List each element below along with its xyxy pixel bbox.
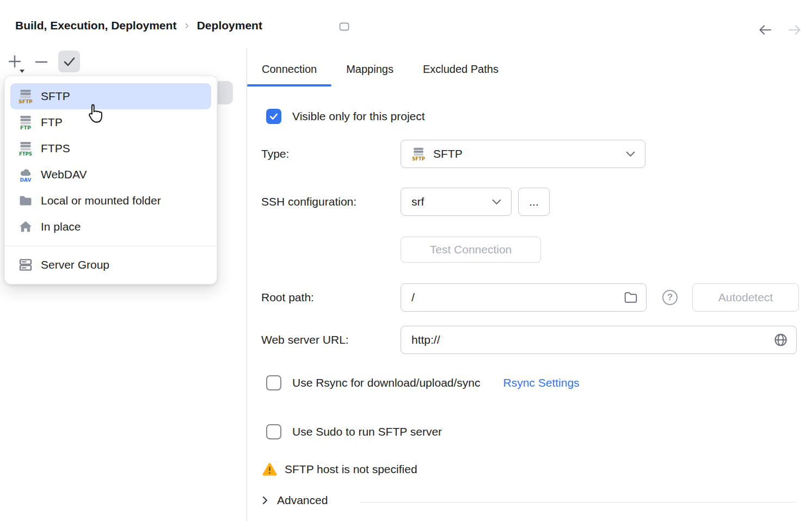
menu-item-ftps[interactable]: FTPS: [10, 135, 211, 162]
server-type-popup: SFTP FTP FTPS WebDAV Local or mounted fo…: [4, 76, 217, 284]
tab-label: Connection: [262, 63, 317, 76]
tab-label: Excluded Paths: [423, 63, 499, 76]
sudo-row: Use Sudo to run SFTP server: [266, 424, 442, 440]
folder-icon: [18, 193, 33, 208]
chevron-right-icon: [262, 495, 268, 505]
tab-connection[interactable]: Connection: [247, 52, 331, 86]
remove-server-button[interactable]: [30, 51, 52, 73]
menu-item-label: SFTP: [41, 90, 70, 103]
question-mark-icon: ?: [667, 292, 673, 303]
menu-item-label: Local or mounted folder: [41, 194, 161, 207]
web-server-url-label: Web server URL:: [261, 326, 349, 354]
server-group-icon: [18, 257, 33, 272]
ssh-configuration-value: srf: [411, 195, 424, 208]
advanced-label: Advanced: [277, 494, 328, 507]
web-server-url-input[interactable]: [401, 326, 797, 354]
web-server-url-field: [401, 326, 797, 354]
menu-item-label: FTPS: [41, 142, 70, 155]
test-connection-button[interactable]: Test Connection: [401, 237, 541, 263]
folder-icon: [624, 291, 638, 304]
type-label: Type:: [261, 140, 289, 168]
warning-row: SFTP host is not specified: [262, 462, 417, 476]
tab-excluded-paths[interactable]: Excluded Paths: [408, 52, 513, 86]
root-path-label: Root path:: [261, 283, 314, 312]
warning-icon: [262, 462, 278, 476]
ssh-browse-button[interactable]: ...: [518, 188, 550, 216]
check-icon: [268, 111, 279, 122]
visible-only-checkbox[interactable]: [266, 109, 281, 124]
tab-mappings[interactable]: Mappings: [331, 52, 408, 86]
add-server-button[interactable]: [4, 51, 26, 74]
checkmark-icon: [61, 54, 77, 69]
menu-item-sftp[interactable]: SFTP: [10, 83, 211, 109]
rsync-settings-link[interactable]: Rsync Settings: [503, 376, 580, 389]
back-arrow-icon[interactable]: [756, 22, 774, 38]
webdav-server-icon: [18, 167, 33, 182]
settings-window: Build, Execution, Deployment › Deploymen…: [0, 0, 812, 521]
root-path-field: [401, 283, 647, 312]
browse-folder-button[interactable]: [624, 291, 638, 304]
type-value: SFTP: [433, 147, 463, 160]
sudo-label: Use Sudo to run SFTP server: [292, 425, 442, 438]
ssh-configuration-label: SSH configuration:: [261, 188, 356, 216]
settings-page-icon[interactable]: [339, 22, 349, 32]
menu-item-label: Server Group: [41, 258, 109, 271]
rsync-row: Use Rsync for download/upload/sync Rsync…: [266, 375, 580, 391]
menu-item-local-folder[interactable]: Local or mounted folder: [10, 188, 211, 214]
root-path-help-button[interactable]: ?: [662, 290, 678, 305]
sudo-checkbox[interactable]: [266, 424, 281, 439]
background-list-item-fragment: [218, 81, 233, 104]
tab-label: Mappings: [346, 63, 393, 76]
forward-arrow-icon[interactable]: [786, 22, 803, 38]
menu-separator: [5, 246, 217, 246]
chevron-down-icon: [626, 151, 635, 157]
rsync-label: Use Rsync for download/upload/sync: [292, 376, 481, 389]
root-path-input[interactable]: [401, 283, 647, 312]
ftps-server-icon: [18, 141, 33, 156]
breadcrumb-root[interactable]: Build, Execution, Deployment: [15, 19, 176, 32]
autodetect-button[interactable]: Autodetect: [692, 283, 799, 312]
menu-item-ftp[interactable]: FTP: [10, 109, 211, 135]
apply-button[interactable]: [58, 51, 80, 72]
warning-text: SFTP host is not specified: [285, 463, 417, 476]
tab-bar: Connection Mappings Excluded Paths: [247, 52, 513, 86]
menu-item-label: In place: [41, 220, 81, 233]
pane-divider: [247, 48, 247, 521]
hand-cursor-icon: [86, 103, 103, 123]
menu-item-label: FTP: [41, 116, 63, 129]
chevron-down-icon: [492, 199, 501, 205]
ftp-server-icon: [18, 115, 33, 130]
rsync-checkbox[interactable]: [266, 375, 281, 390]
breadcrumb-current: Deployment: [197, 19, 262, 32]
advanced-toggle[interactable]: Advanced: [262, 494, 328, 507]
globe-icon: [773, 333, 788, 348]
breadcrumb: Build, Execution, Deployment › Deploymen…: [15, 18, 262, 33]
type-dropdown[interactable]: SFTP: [401, 140, 645, 168]
breadcrumb-separator-icon: ›: [184, 18, 188, 33]
menu-item-server-group[interactable]: Server Group: [10, 252, 211, 278]
visible-only-label: Visible only for this project: [292, 110, 425, 123]
sftp-server-icon: [18, 89, 33, 104]
visible-only-row: Visible only for this project: [266, 108, 425, 125]
menu-item-webdav[interactable]: WebDAV: [10, 162, 211, 188]
ssh-configuration-dropdown[interactable]: srf: [401, 188, 512, 216]
menu-item-in-place[interactable]: In place: [10, 214, 211, 240]
home-icon: [18, 219, 33, 234]
menu-item-label: WebDAV: [41, 168, 87, 181]
sftp-server-icon: [411, 147, 426, 161]
advanced-divider: [360, 502, 797, 503]
